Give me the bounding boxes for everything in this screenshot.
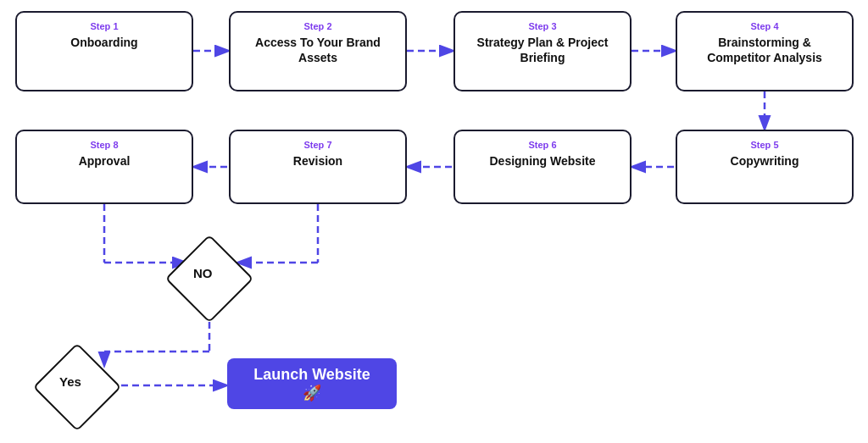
step4-box: Step 4 Brainstorming & Competitor Analys… (676, 11, 854, 91)
step3-box: Step 3 Strategy Plan & Project Briefing (453, 11, 632, 91)
step5-title: Copywriting (687, 153, 842, 169)
step7-box: Step 7 Revision (229, 130, 407, 204)
step8-title: Approval (27, 153, 181, 169)
step3-label: Step 3 (465, 21, 620, 31)
step2-title: Access To Your Brand Assets (241, 35, 395, 65)
step1-box: Step 1 Onboarding (15, 11, 193, 91)
step1-title: Onboarding (27, 35, 181, 50)
no-label: NO (193, 266, 213, 280)
step6-label: Step 6 (465, 140, 620, 150)
no-diamond-container: NO (178, 247, 244, 313)
launch-website-button[interactable]: Launch Website 🚀 (227, 358, 397, 409)
yes-diamond-container: Yes (46, 356, 112, 422)
step6-box: Step 6 Designing Website (453, 130, 632, 204)
yes-label: Yes (59, 374, 81, 389)
step6-title: Designing Website (465, 153, 620, 169)
step1-label: Step 1 (27, 21, 181, 31)
flowchart: Step 1 Onboarding Step 2 Access To Your … (0, 0, 868, 443)
step8-label: Step 8 (27, 140, 181, 150)
step5-label: Step 5 (687, 140, 842, 150)
step3-title: Strategy Plan & Project Briefing (465, 35, 620, 65)
step4-title: Brainstorming & Competitor Analysis (687, 35, 842, 65)
step8-box: Step 8 Approval (15, 130, 193, 204)
launch-label: Launch Website 🚀 (251, 366, 373, 402)
step2-label: Step 2 (241, 21, 395, 31)
step2-box: Step 2 Access To Your Brand Assets (229, 11, 407, 91)
step5-box: Step 5 Copywriting (676, 130, 854, 204)
step7-title: Revision (241, 153, 395, 169)
step4-label: Step 4 (687, 21, 842, 31)
step7-label: Step 7 (241, 140, 395, 150)
